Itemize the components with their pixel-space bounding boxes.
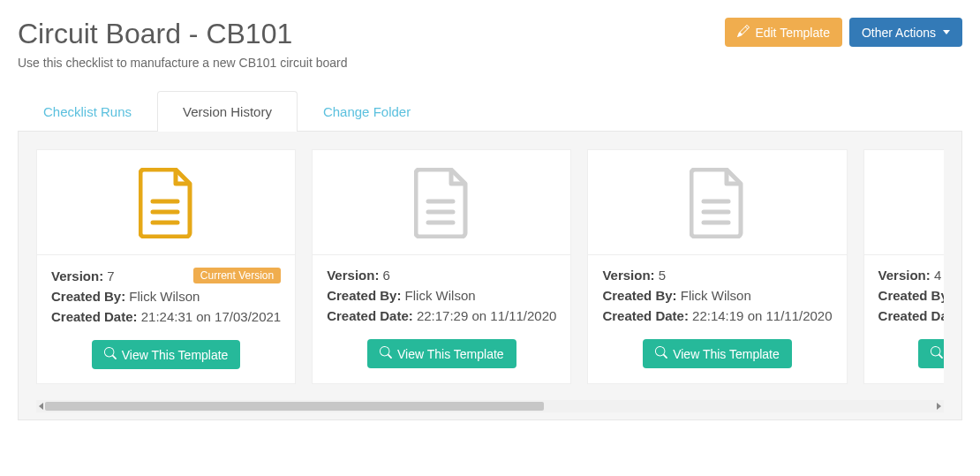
current-version-badge: Current Version: [193, 268, 281, 283]
chevron-down-icon: [943, 30, 950, 34]
tab-change-folder[interactable]: Change Folder: [298, 91, 436, 132]
version-history-panel: Version: 7 Current Version Created By: F…: [18, 132, 962, 420]
tab-version-history[interactable]: Version History: [157, 91, 298, 132]
created-date-line: Created Date: 21:24:31 on 17/03/2021: [51, 309, 281, 324]
version-line: Version: 4: [878, 268, 942, 283]
file-icon: [864, 150, 944, 255]
search-icon: [655, 346, 667, 361]
tabs-bar: Checklist Runs Version History Change Fo…: [18, 91, 962, 132]
view-template-label: View This Template: [397, 347, 504, 361]
version-card: Version: 7 Current Version Created By: F…: [36, 149, 296, 384]
file-icon: [313, 150, 570, 255]
version-card: Version: 4 Created By: Flick Wilson Crea…: [863, 149, 944, 384]
search-icon: [931, 346, 943, 361]
created-date-line: Created Date: 22:17:29 on 11/11/2020: [327, 308, 556, 323]
other-actions-button[interactable]: Other Actions: [849, 18, 962, 47]
created-by-line: Created By: Flick Wilson: [51, 289, 281, 304]
view-template-button[interactable]: View This Template: [643, 339, 792, 368]
view-template-label: View This Template: [673, 347, 780, 361]
other-actions-label: Other Actions: [862, 26, 936, 40]
created-date-line: Created Date: 22:14:19 on 11/11/2020: [602, 308, 832, 323]
edit-template-label: Edit Template: [755, 26, 830, 40]
view-template-button[interactable]: View This Template: [92, 340, 241, 369]
created-date-line: Created Date: 23:45:33 on 19/07/2020: [878, 308, 944, 323]
scroll-left-arrow-icon: [39, 403, 43, 410]
page-subtitle: Use this checklist to manufacture a new …: [18, 56, 962, 70]
pencil-icon: [737, 25, 750, 40]
search-icon: [104, 347, 117, 362]
version-card: Version: 5 Created By: Flick Wilson Crea…: [587, 149, 847, 384]
version-cards-scroll[interactable]: Version: 7 Current Version Created By: F…: [36, 149, 944, 395]
file-icon: [37, 150, 295, 255]
version-line: Version: 5: [602, 268, 666, 283]
scrollbar-thumb[interactable]: [45, 402, 544, 411]
edit-template-button[interactable]: Edit Template: [725, 18, 842, 47]
tab-checklist-runs[interactable]: Checklist Runs: [18, 91, 157, 132]
view-template-button[interactable]: View This Template: [918, 339, 944, 368]
horizontal-scrollbar[interactable]: [36, 400, 944, 412]
version-line: Version: 6: [327, 268, 390, 283]
page-title: Circuit Board - CB101: [18, 18, 292, 50]
version-card: Version: 6 Created By: Flick Wilson Crea…: [312, 149, 571, 384]
search-icon: [380, 346, 392, 361]
file-icon: [588, 150, 846, 255]
created-by-line: Created By: Flick Wilson: [327, 288, 556, 303]
scroll-right-arrow-icon: [937, 403, 941, 410]
created-by-line: Created By: Flick Wilson: [878, 288, 944, 303]
created-by-line: Created By: Flick Wilson: [602, 288, 832, 303]
version-line: Version: 7: [51, 268, 115, 283]
view-template-label: View This Template: [122, 348, 229, 362]
view-template-button[interactable]: View This Template: [367, 339, 516, 368]
